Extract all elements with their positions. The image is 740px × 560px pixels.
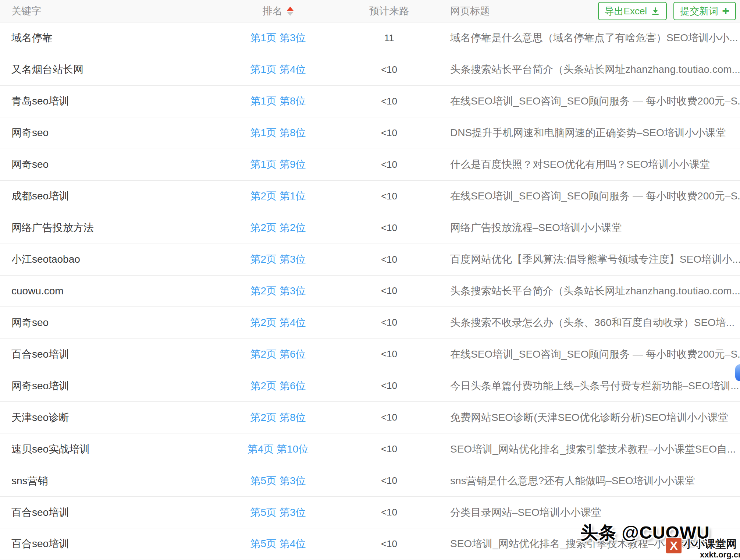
traffic-cell: <10: [317, 507, 450, 518]
title-cell: 百度网站优化【季风算法:倡导熊掌号领域专注度】SEO培训小...: [450, 252, 740, 266]
table-row: 成都seo培训 第2页 第1位 <10 在线SEO培训_SEO咨询_SEO顾问服…: [0, 181, 740, 212]
toolbar: 导出Excel 提交新词 +: [598, 2, 736, 20]
title-cell: 在线SEO培训_SEO咨询_SEO顾问服务 — 每小时收费200元–S...: [450, 94, 740, 108]
keyword-cell: 青岛seo培训: [0, 94, 239, 108]
keyword-cell: 天津seo诊断: [0, 411, 239, 425]
table-header: 关键字 排名 预计来路 网页标题 导出Excel 提交新词 +: [0, 0, 740, 22]
table-row: 青岛seo培训 第1页 第8位 <10 在线SEO培训_SEO咨询_SEO顾问服…: [0, 86, 740, 117]
rank-link[interactable]: 第1页 第4位: [250, 63, 306, 77]
keyword-cell: 网奇seo培训: [0, 379, 239, 393]
rank-link[interactable]: 第2页 第2位: [250, 221, 306, 235]
keyword-rank-report: 关键字 排名 预计来路 网页标题 导出Excel 提交新词 +: [0, 0, 740, 560]
traffic-cell: <10: [317, 538, 450, 550]
title-cell: 在线SEO培训_SEO咨询_SEO顾问服务 — 每小时收费200元–S...: [450, 189, 740, 203]
table-row: 百合seo培训 第2页 第6位 <10 在线SEO培训_SEO咨询_SEO顾问服…: [0, 339, 740, 370]
table-row: 网奇seo 第2页 第4位 <10 头条搜索不收录怎么办（头条、360和百度自动…: [0, 307, 740, 339]
keyword-cell: cuowu.com: [0, 285, 239, 297]
table-row: 天津seo诊断 第2页 第8位 <10 免费网站SEO诊断(天津SEO优化诊断分…: [0, 402, 740, 433]
rank-link[interactable]: 第2页 第6位: [250, 379, 306, 393]
title-cell: SEO培训_网站优化排名_搜索引擎技术教程–小小课堂SEO自...: [450, 442, 740, 456]
title-cell: DNS提升手机网速和电脑网速的正确姿势–SEO培训小小课堂: [450, 126, 740, 140]
rank-link[interactable]: 第2页 第4位: [250, 316, 306, 330]
rank-link[interactable]: 第2页 第8位: [250, 411, 306, 425]
title-cell: sns营销是什么意思?还有人能做吗–SEO培训小小课堂: [450, 474, 740, 488]
column-header-rank-label: 排名: [263, 4, 282, 18]
sort-control[interactable]: [287, 7, 293, 16]
rank-link[interactable]: 第5页 第3位: [250, 506, 306, 520]
table-body: 域名停靠 第1页 第3位 11 域名停靠是什么意思（域名停靠点了有啥危害）SEO…: [0, 22, 740, 560]
rank-link[interactable]: 第5页 第4位: [250, 537, 306, 551]
keyword-cell: 百合seo培训: [0, 347, 239, 361]
traffic-cell: <10: [317, 127, 450, 139]
traffic-cell: <10: [317, 64, 450, 75]
table-row: cuowu.com 第2页 第3位 <10 头条搜索站长平台简介（头条站长网址z…: [0, 276, 740, 307]
traffic-cell: 11: [317, 32, 450, 44]
traffic-cell: <10: [317, 96, 450, 107]
title-cell: 什么是百度快照？对SEO优化有用吗？SEO培训小小课堂: [450, 157, 740, 171]
table-row: 网奇seo培训 第2页 第6位 <10 今日头条单篇付费功能上线–头条号付费专栏…: [0, 370, 740, 402]
traffic-cell: <10: [317, 317, 450, 328]
title-cell: SEO培训_网站优化排名_搜索引擎技术教程–小小课堂SEO自...: [450, 537, 740, 551]
column-header-rank[interactable]: 排名: [239, 4, 317, 18]
title-cell: 头条搜索不收录怎么办（头条、360和百度自动收录）SEO培...: [450, 316, 740, 330]
rank-link[interactable]: 第1页 第8位: [250, 126, 306, 140]
keyword-cell: 百合seo培训: [0, 537, 239, 551]
column-header-keyword: 关键字: [0, 4, 239, 18]
rank-link[interactable]: 第1页 第8位: [250, 94, 306, 108]
traffic-cell: <10: [317, 254, 450, 265]
traffic-cell: <10: [317, 348, 450, 360]
title-cell: 网络广告投放流程–SEO培训小小课堂: [450, 221, 740, 235]
rank-link[interactable]: 第1页 第3位: [250, 31, 306, 45]
keyword-cell: 成都seo培训: [0, 189, 239, 203]
rank-link[interactable]: 第5页 第3位: [250, 474, 306, 488]
table-row: 百合seo培训 第5页 第3位 <10 分类目录网站–SEO培训小小课堂: [0, 497, 740, 528]
rank-link[interactable]: 第2页 第3位: [250, 284, 306, 298]
table-row: 网奇seo 第1页 第9位 <10 什么是百度快照？对SEO优化有用吗？SEO培…: [0, 149, 740, 181]
title-cell: 头条搜索站长平台简介（头条站长网址zhanzhang.toutiao.com..…: [450, 284, 740, 298]
table-row: 网奇seo 第1页 第8位 <10 DNS提升手机网速和电脑网速的正确姿势–SE…: [0, 117, 740, 149]
title-cell: 头条搜索站长平台简介（头条站长网址zhanzhang.toutiao.com..…: [450, 63, 740, 77]
title-cell: 在线SEO培训_SEO咨询_SEO顾问服务 — 每小时收费200元–S...: [450, 347, 740, 361]
download-icon: [651, 6, 660, 16]
table-row: 网络广告投放方法 第2页 第2位 <10 网络广告投放流程–SEO培训小小课堂: [0, 212, 740, 244]
table-row: 小江seotaobao 第2页 第3位 <10 百度网站优化【季风算法:倡导熊掌…: [0, 244, 740, 276]
submit-new-keyword-label: 提交新词: [680, 6, 718, 16]
rank-link[interactable]: 第2页 第1位: [250, 189, 306, 203]
traffic-cell: <10: [317, 475, 450, 486]
submit-new-keyword-button[interactable]: 提交新词 +: [673, 2, 736, 20]
title-cell: 域名停靠是什么意思（域名停靠点了有啥危害）SEO培训小小...: [450, 31, 740, 45]
title-cell: 免费网站SEO诊断(天津SEO优化诊断分析)SEO培训小小课堂: [450, 411, 740, 425]
keyword-cell: 域名停靠: [0, 31, 239, 45]
table-row: 百合seo培训 第5页 第4位 <10 SEO培训_网站优化排名_搜索引擎技术教…: [0, 528, 740, 560]
rank-link[interactable]: 第1页 第9位: [250, 157, 306, 171]
title-cell: 分类目录网站–SEO培训小小课堂: [450, 506, 740, 520]
keyword-cell: 网奇seo: [0, 316, 239, 330]
traffic-cell: <10: [317, 159, 450, 170]
table-row: sns营销 第5页 第3位 <10 sns营销是什么意思?还有人能做吗–SEO培…: [0, 465, 740, 497]
keyword-cell: sns营销: [0, 474, 239, 488]
sort-asc-icon[interactable]: [287, 7, 293, 11]
traffic-cell: <10: [317, 285, 450, 297]
traffic-cell: <10: [317, 191, 450, 202]
table-row: 又名烟台站长网 第1页 第4位 <10 头条搜索站长平台简介（头条站长网址zha…: [0, 54, 740, 86]
keyword-cell: 网奇seo: [0, 157, 239, 171]
sort-desc-icon[interactable]: [287, 12, 293, 16]
traffic-cell: <10: [317, 380, 450, 391]
column-header-traffic: 预计来路: [317, 4, 450, 18]
traffic-cell: <10: [317, 222, 450, 234]
rank-link[interactable]: 第4页 第10位: [248, 442, 309, 456]
keyword-cell: 速贝seo实战培训: [0, 442, 239, 456]
keyword-cell: 小江seotaobao: [0, 252, 239, 266]
keyword-cell: 网络广告投放方法: [0, 221, 239, 235]
traffic-cell: <10: [317, 443, 450, 455]
keyword-cell: 网奇seo: [0, 126, 239, 140]
plus-icon: +: [722, 4, 729, 17]
rank-link[interactable]: 第2页 第3位: [250, 252, 306, 266]
keyword-cell: 百合seo培训: [0, 506, 239, 520]
export-excel-label: 导出Excel: [605, 6, 647, 16]
table-row: 速贝seo实战培训 第4页 第10位 <10 SEO培训_网站优化排名_搜索引擎…: [0, 433, 740, 465]
rank-link[interactable]: 第2页 第6位: [250, 347, 306, 361]
floating-handle[interactable]: [735, 364, 740, 381]
export-excel-button[interactable]: 导出Excel: [598, 2, 667, 20]
traffic-cell: <10: [317, 412, 450, 423]
